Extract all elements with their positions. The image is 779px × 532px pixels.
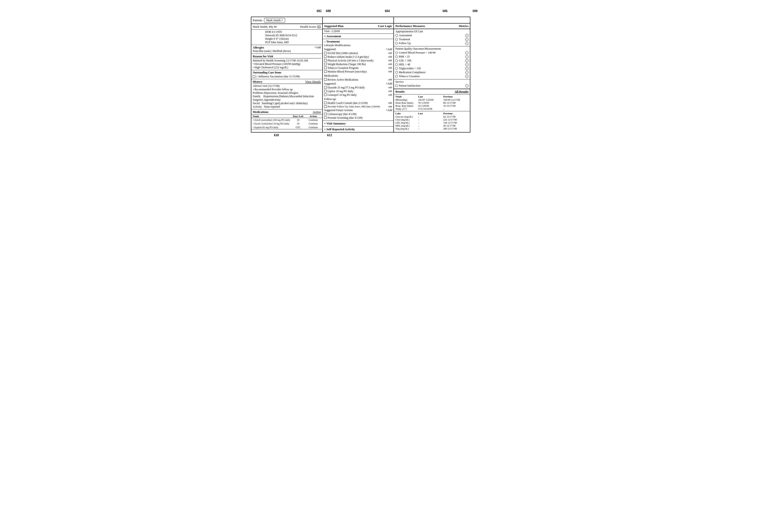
future-actions-label: Suggested Future Actions: xyxy=(324,109,353,112)
patient-pcp: PCP John Jones, MD xyxy=(265,41,321,44)
treatment-section: – Treatment Lifestyle Modifications: Sug… xyxy=(323,39,394,121)
patients-header: Patients Mark Smith × xyxy=(251,17,322,24)
labs-section: Labs Last Previous Glucose (mg/dL) – 82 … xyxy=(394,111,470,131)
med-suggested-add[interactable]: +Add xyxy=(386,82,392,85)
lifestyle-edit-1[interactable]: edit xyxy=(388,52,392,54)
circle-followup xyxy=(395,42,398,45)
lifestyle-edit-6[interactable]: edit xyxy=(388,70,392,73)
lifestyle-edit-5[interactable]: edit xyxy=(388,66,392,69)
self-reported-label[interactable]: + Self Reported Activity xyxy=(324,127,355,131)
med-row-2: • Zyrtec (cetirizine) 10 mg PO daily 10 … xyxy=(251,122,322,125)
pm-followup: Follow Up i xyxy=(395,42,469,45)
vital-row-rr: Resp. Rate (bpm) 16 1/29/09 16 12/17/08 xyxy=(395,105,469,107)
allergies-header: Allergies xyxy=(253,46,264,49)
med-edit-3[interactable]: edit xyxy=(388,93,392,97)
med-edit-2[interactable]: edit xyxy=(388,89,392,93)
vitals-label: Vitals xyxy=(395,95,418,98)
history-surgeries: Surgeries Appendectomy xyxy=(253,98,321,102)
checkbox-provider-followup[interactable] xyxy=(324,105,327,108)
suggested-lifestyle-add[interactable]: +Add xyxy=(386,48,392,51)
info-icon-ldl[interactable]: i xyxy=(465,59,469,62)
suggested-plan-title: Suggested Plan xyxy=(324,24,344,28)
checkbox-sodium[interactable] xyxy=(324,55,327,58)
patient-tab[interactable]: Mark Smith × xyxy=(264,18,285,23)
pm-bmi: BMI < 25 i xyxy=(395,55,469,58)
medications-sub-label: Medications: xyxy=(324,74,392,78)
pm-patient-satisfaction: Patient Satisfaction i xyxy=(395,84,469,87)
health-score: Health Score: 65 xyxy=(300,25,321,28)
vitals-previous-header: Previous xyxy=(443,95,469,98)
info-icon-med-compliance[interactable]: i xyxy=(465,71,469,74)
followup-edit-1[interactable]: edit xyxy=(388,102,392,105)
vitals-section: Vitals Last Previous BP(mmHg) 165/97 1/2… xyxy=(394,94,470,111)
history-problems: Problems Depression, Seasonal Allergies xyxy=(253,91,321,95)
metrics-title: Metrics xyxy=(459,24,469,28)
pm-bp: Control Blood Pressure < 140/90 i xyxy=(395,51,469,55)
checkbox-tobacco[interactable] xyxy=(324,66,327,69)
review-meds-edit[interactable]: edit xyxy=(388,78,392,81)
info-icon-followup[interactable]: i xyxy=(465,42,469,45)
info-icon-hdl[interactable]: i xyxy=(465,63,469,66)
history-view-details[interactable]: View Details xyxy=(305,80,321,84)
visit-summary-label[interactable]: + Visit Summary xyxy=(324,122,346,125)
checkbox-lisinopril[interactable] xyxy=(324,93,327,96)
medications-status: Active xyxy=(313,110,321,114)
checkbox-lipitor[interactable] xyxy=(324,90,327,92)
checkbox-activity[interactable] xyxy=(324,59,327,62)
checkbox-monitor[interactable] xyxy=(324,70,327,73)
patient-name: Mark Smith, 49y M xyxy=(253,25,277,28)
future-actions-add[interactable]: +Add xyxy=(386,109,392,112)
info-icon-tobacco[interactable]: i xyxy=(465,75,469,78)
checkbox-review-meds[interactable] xyxy=(324,78,327,81)
label-602: 602 xyxy=(317,9,321,13)
med-row-1: • Zoloft (sertraline) 100 mg PO daily 10… xyxy=(251,118,322,122)
future-item-1: Colonoscopy (due 4/1/09) xyxy=(324,113,392,116)
lifestyle-item-6: Monitor Blood Pressure (once/day) edit xyxy=(324,70,392,73)
lab-row-glucose: Glucose (mg/dL) – 82 12/17/08 xyxy=(395,115,469,118)
lab-row-hdl: HDL (mg/dL) – 38 12/17/08 xyxy=(395,124,469,127)
lab-row-chol: Chol (mg/dL) – 222 12/17/08 xyxy=(395,118,469,121)
checkbox-prostate[interactable] xyxy=(324,116,327,119)
allergies-add[interactable]: +Add xyxy=(314,46,321,49)
info-icon-satisfaction[interactable]: i xyxy=(465,84,469,87)
lifestyle-edit-3[interactable]: edit xyxy=(388,59,392,62)
lifestyle-edit-2[interactable]: edit xyxy=(388,55,392,58)
history-family: Family Hypertension,Diabetes,Myocardial … xyxy=(253,95,321,98)
checkbox-health-coach[interactable] xyxy=(324,102,327,104)
treatment-label: – Treatment xyxy=(324,40,392,44)
service-label: Service xyxy=(395,80,469,84)
info-icon-bmi[interactable]: i xyxy=(465,55,469,58)
label-612: 612 xyxy=(327,133,332,137)
checkbox-colonoscopy[interactable] xyxy=(324,113,327,115)
history-section: History View Details Advisor visit (12/1… xyxy=(251,79,322,110)
reason-header: Reason for Visit xyxy=(253,55,321,58)
medications-section: Medications Active Name Days Left Action… xyxy=(251,110,322,130)
reason-item-2: • High Cholesterol (222 mg/dL) xyxy=(253,66,321,69)
followup-edit-2[interactable]: edit xyxy=(388,105,392,108)
labs-previous-header: Previous xyxy=(443,112,469,115)
checkbox-weight[interactable] xyxy=(324,63,327,65)
checkbox-dyazide[interactable] xyxy=(324,86,327,89)
label-606: 606 xyxy=(443,9,447,13)
checkbox-influenza[interactable] xyxy=(253,75,255,78)
info-icon-assessment[interactable]: i xyxy=(465,34,469,37)
info-icon-bp[interactable]: i xyxy=(465,51,469,55)
outstanding-header: Outstanding Care Items xyxy=(253,71,321,74)
vital-row-temp: Temp. (C°) 37.6 10/10/08 – xyxy=(395,107,469,110)
history-item-2: • Recommended Provider follow up xyxy=(253,88,321,91)
checkbox-dash[interactable] xyxy=(324,52,327,54)
med-edit-1[interactable]: edit xyxy=(388,86,392,89)
allergies-content: Penicillin (rash) | Shellfish (hives) xyxy=(253,49,321,53)
pm-hdl: HDL > 40 i xyxy=(395,63,469,66)
info-icon-treatment[interactable]: i xyxy=(465,38,469,41)
all-results-link[interactable]: All Results xyxy=(455,90,469,93)
performance-title: Performance Measures xyxy=(395,24,425,28)
results-title: Results xyxy=(395,90,405,93)
assessment-label[interactable]: + Assessment xyxy=(324,35,341,38)
lifestyle-edit-4[interactable]: edit xyxy=(388,63,392,65)
review-medications: Review Active Medications edit xyxy=(324,78,392,81)
info-icon-trig[interactable]: i xyxy=(465,67,469,70)
pm-treatment: Treatment i xyxy=(395,38,469,41)
labs-last-header: Last xyxy=(418,112,443,115)
circle-assessment xyxy=(395,34,398,37)
